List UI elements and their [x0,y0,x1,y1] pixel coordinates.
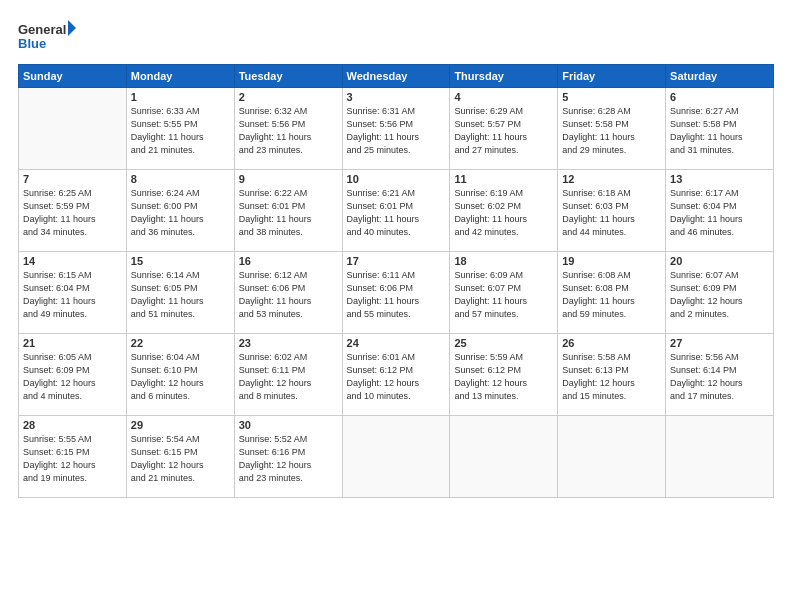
day-number: 17 [347,255,446,267]
day-info: Sunrise: 6:09 AMSunset: 6:07 PMDaylight:… [454,269,553,321]
calendar-cell: 12Sunrise: 6:18 AMSunset: 6:03 PMDayligh… [558,170,666,252]
day-info: Sunrise: 6:05 AMSunset: 6:09 PMDaylight:… [23,351,122,403]
header: GeneralBlue [18,18,774,54]
calendar-cell: 27Sunrise: 5:56 AMSunset: 6:14 PMDayligh… [666,334,774,416]
logo-svg: GeneralBlue [18,18,78,54]
day-info: Sunrise: 6:33 AMSunset: 5:55 PMDaylight:… [131,105,230,157]
calendar-cell: 3Sunrise: 6:31 AMSunset: 5:56 PMDaylight… [342,88,450,170]
day-info: Sunrise: 6:11 AMSunset: 6:06 PMDaylight:… [347,269,446,321]
calendar-week-row: 1Sunrise: 6:33 AMSunset: 5:55 PMDaylight… [19,88,774,170]
calendar-header-tuesday: Tuesday [234,65,342,88]
day-number: 23 [239,337,338,349]
calendar-cell: 18Sunrise: 6:09 AMSunset: 6:07 PMDayligh… [450,252,558,334]
calendar-cell: 19Sunrise: 6:08 AMSunset: 6:08 PMDayligh… [558,252,666,334]
svg-marker-1 [68,20,76,36]
day-number: 15 [131,255,230,267]
day-info: Sunrise: 6:14 AMSunset: 6:05 PMDaylight:… [131,269,230,321]
calendar-cell: 30Sunrise: 5:52 AMSunset: 6:16 PMDayligh… [234,416,342,498]
calendar-cell: 10Sunrise: 6:21 AMSunset: 6:01 PMDayligh… [342,170,450,252]
day-number: 16 [239,255,338,267]
day-info: Sunrise: 6:08 AMSunset: 6:08 PMDaylight:… [562,269,661,321]
day-number: 8 [131,173,230,185]
calendar-header-saturday: Saturday [666,65,774,88]
calendar-cell: 5Sunrise: 6:28 AMSunset: 5:58 PMDaylight… [558,88,666,170]
day-info: Sunrise: 6:02 AMSunset: 6:11 PMDaylight:… [239,351,338,403]
calendar-cell: 2Sunrise: 6:32 AMSunset: 5:56 PMDaylight… [234,88,342,170]
calendar-header-monday: Monday [126,65,234,88]
day-info: Sunrise: 5:54 AMSunset: 6:15 PMDaylight:… [131,433,230,485]
day-number: 12 [562,173,661,185]
day-number: 29 [131,419,230,431]
calendar-header-thursday: Thursday [450,65,558,88]
calendar-cell [342,416,450,498]
day-info: Sunrise: 6:32 AMSunset: 5:56 PMDaylight:… [239,105,338,157]
calendar-header-wednesday: Wednesday [342,65,450,88]
page: GeneralBlue SundayMondayTuesdayWednesday… [0,0,792,612]
day-info: Sunrise: 6:25 AMSunset: 5:59 PMDaylight:… [23,187,122,239]
calendar-week-row: 7Sunrise: 6:25 AMSunset: 5:59 PMDaylight… [19,170,774,252]
calendar-header-sunday: Sunday [19,65,127,88]
day-number: 19 [562,255,661,267]
calendar-header-friday: Friday [558,65,666,88]
day-info: Sunrise: 6:07 AMSunset: 6:09 PMDaylight:… [670,269,769,321]
calendar-cell: 24Sunrise: 6:01 AMSunset: 6:12 PMDayligh… [342,334,450,416]
calendar-cell: 8Sunrise: 6:24 AMSunset: 6:00 PMDaylight… [126,170,234,252]
calendar-cell: 25Sunrise: 5:59 AMSunset: 6:12 PMDayligh… [450,334,558,416]
calendar-cell: 15Sunrise: 6:14 AMSunset: 6:05 PMDayligh… [126,252,234,334]
day-number: 13 [670,173,769,185]
calendar-cell: 28Sunrise: 5:55 AMSunset: 6:15 PMDayligh… [19,416,127,498]
calendar-cell [19,88,127,170]
calendar-cell: 20Sunrise: 6:07 AMSunset: 6:09 PMDayligh… [666,252,774,334]
calendar-cell: 17Sunrise: 6:11 AMSunset: 6:06 PMDayligh… [342,252,450,334]
day-info: Sunrise: 5:52 AMSunset: 6:16 PMDaylight:… [239,433,338,485]
svg-text:Blue: Blue [18,36,46,51]
day-number: 14 [23,255,122,267]
calendar-cell: 26Sunrise: 5:58 AMSunset: 6:13 PMDayligh… [558,334,666,416]
calendar-cell: 4Sunrise: 6:29 AMSunset: 5:57 PMDaylight… [450,88,558,170]
day-info: Sunrise: 6:15 AMSunset: 6:04 PMDaylight:… [23,269,122,321]
calendar-cell: 13Sunrise: 6:17 AMSunset: 6:04 PMDayligh… [666,170,774,252]
day-info: Sunrise: 6:31 AMSunset: 5:56 PMDaylight:… [347,105,446,157]
day-number: 5 [562,91,661,103]
day-info: Sunrise: 6:12 AMSunset: 6:06 PMDaylight:… [239,269,338,321]
day-info: Sunrise: 5:55 AMSunset: 6:15 PMDaylight:… [23,433,122,485]
day-info: Sunrise: 6:04 AMSunset: 6:10 PMDaylight:… [131,351,230,403]
day-number: 27 [670,337,769,349]
day-info: Sunrise: 5:59 AMSunset: 6:12 PMDaylight:… [454,351,553,403]
calendar-cell: 7Sunrise: 6:25 AMSunset: 5:59 PMDaylight… [19,170,127,252]
svg-text:General: General [18,22,66,37]
day-number: 10 [347,173,446,185]
day-info: Sunrise: 6:29 AMSunset: 5:57 PMDaylight:… [454,105,553,157]
day-info: Sunrise: 6:27 AMSunset: 5:58 PMDaylight:… [670,105,769,157]
calendar-cell: 14Sunrise: 6:15 AMSunset: 6:04 PMDayligh… [19,252,127,334]
calendar-cell: 16Sunrise: 6:12 AMSunset: 6:06 PMDayligh… [234,252,342,334]
day-info: Sunrise: 5:58 AMSunset: 6:13 PMDaylight:… [562,351,661,403]
calendar-cell: 22Sunrise: 6:04 AMSunset: 6:10 PMDayligh… [126,334,234,416]
day-info: Sunrise: 6:28 AMSunset: 5:58 PMDaylight:… [562,105,661,157]
calendar-cell: 11Sunrise: 6:19 AMSunset: 6:02 PMDayligh… [450,170,558,252]
calendar-cell [450,416,558,498]
day-number: 21 [23,337,122,349]
day-number: 30 [239,419,338,431]
calendar-cell [558,416,666,498]
calendar-week-row: 28Sunrise: 5:55 AMSunset: 6:15 PMDayligh… [19,416,774,498]
day-number: 1 [131,91,230,103]
calendar-cell: 6Sunrise: 6:27 AMSunset: 5:58 PMDaylight… [666,88,774,170]
calendar-table: SundayMondayTuesdayWednesdayThursdayFrid… [18,64,774,498]
day-number: 18 [454,255,553,267]
day-info: Sunrise: 6:19 AMSunset: 6:02 PMDaylight:… [454,187,553,239]
calendar-week-row: 21Sunrise: 6:05 AMSunset: 6:09 PMDayligh… [19,334,774,416]
day-number: 25 [454,337,553,349]
calendar-cell: 9Sunrise: 6:22 AMSunset: 6:01 PMDaylight… [234,170,342,252]
day-info: Sunrise: 6:21 AMSunset: 6:01 PMDaylight:… [347,187,446,239]
calendar-cell [666,416,774,498]
day-info: Sunrise: 6:17 AMSunset: 6:04 PMDaylight:… [670,187,769,239]
day-info: Sunrise: 6:24 AMSunset: 6:00 PMDaylight:… [131,187,230,239]
calendar-cell: 29Sunrise: 5:54 AMSunset: 6:15 PMDayligh… [126,416,234,498]
day-info: Sunrise: 6:01 AMSunset: 6:12 PMDaylight:… [347,351,446,403]
day-number: 7 [23,173,122,185]
day-number: 26 [562,337,661,349]
day-number: 6 [670,91,769,103]
day-number: 2 [239,91,338,103]
calendar-cell: 23Sunrise: 6:02 AMSunset: 6:11 PMDayligh… [234,334,342,416]
